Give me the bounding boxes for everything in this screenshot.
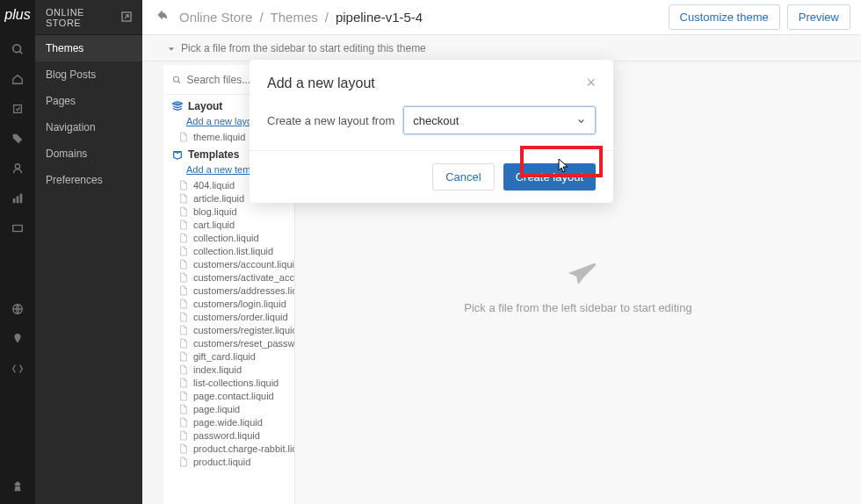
file-item[interactable]: customers/order.liquid [163,310,294,323]
app-logo: plus [4,7,30,23]
tag-icon[interactable] [11,132,25,146]
svg-rect-6 [13,226,23,232]
nav-item-themes[interactable]: Themes [35,35,142,61]
layout-source-select[interactable]: checkout [403,106,596,134]
close-icon[interactable]: × [586,74,596,92]
customers-icon[interactable] [11,162,25,176]
sub-header-text: Pick a file from the sidebar to start ed… [181,42,426,54]
external-link-icon[interactable] [121,11,132,24]
file-item[interactable]: product.liquid [163,455,294,468]
file-item[interactable]: password.liquid [163,428,294,442]
pin-icon[interactable] [11,332,25,346]
section-title: Layout [188,100,222,112]
file-item[interactable]: index.liquid [163,363,294,376]
home-icon[interactable] [11,72,25,86]
analytics-icon[interactable] [11,191,25,205]
nav-item-domains[interactable]: Domains [35,140,142,167]
svg-point-2 [15,164,19,169]
nav-section-title: ONLINE STORE [46,7,121,28]
svg-rect-5 [20,194,23,204]
modal-title: Add a new layout [267,76,375,91]
customize-theme-button[interactable]: Customize theme [669,4,780,30]
code-icon[interactable] [11,362,25,376]
app-icon-sidebar: plus [0,0,35,504]
select-value: checkout [413,114,459,127]
orders-icon[interactable] [11,102,25,116]
file-item[interactable]: collection.list.liquid [163,244,294,257]
chevron-down-icon [576,116,586,126]
secondary-nav: ONLINE STORE ThemesBlog PostsPagesNaviga… [35,0,142,504]
editor-hint: Pick a file from the left sidebar to sta… [464,301,691,314]
cancel-button[interactable]: Cancel [432,163,494,191]
file-item[interactable]: blog.liquid [163,205,294,218]
apps-icon[interactable] [11,479,25,493]
file-item[interactable]: page.wide.liquid [163,415,294,428]
file-item[interactable]: collection.liquid [163,231,294,244]
svg-point-9 [173,76,178,82]
file-item[interactable]: list-collections.liquid [163,376,294,389]
nav-item-blog-posts[interactable]: Blog Posts [35,61,142,88]
file-item[interactable]: customers/register.liquid [163,323,294,336]
file-item[interactable]: customers/activate_account.liquid [163,270,294,284]
discounts-icon[interactable] [11,221,25,235]
file-item[interactable]: customers/login.liquid [163,297,294,310]
sub-header: Pick a file from the sidebar to start ed… [142,35,861,61]
search-icon[interactable] [11,42,25,56]
add-layout-modal: Add a new layout × Create a new layout f… [250,60,613,203]
svg-point-0 [13,45,21,53]
file-item[interactable]: page.contact.liquid [163,389,294,402]
preview-button[interactable]: Preview [787,4,850,30]
nav-item-preferences[interactable]: Preferences [35,167,142,193]
back-icon[interactable] [153,7,169,27]
file-item[interactable]: customers/account.liquid [163,257,294,270]
online-store-icon[interactable] [11,302,25,316]
modal-field-label: Create a new layout from [267,114,394,127]
nav-section-header: ONLINE STORE [35,0,142,35]
top-bar: Online Store / Themes / pipeline-v1-5-4 … [142,0,861,35]
file-item[interactable]: customers/reset_password.liquid [163,336,294,349]
file-item[interactable]: page.liquid [163,402,294,415]
file-item[interactable]: customers/addresses.liquid [163,284,294,297]
file-item[interactable]: cart.liquid [163,218,294,231]
nav-item-navigation[interactable]: Navigation [35,114,142,140]
breadcrumb-link[interactable]: Online Store [179,10,252,25]
create-layout-button[interactable]: Create layout [503,163,596,191]
breadcrumb-link[interactable]: Themes [271,10,318,25]
file-item[interactable]: product.charge-rabbit.liquid [163,442,294,455]
breadcrumb-current: pipeline-v1-5-4 [336,10,423,25]
file-item[interactable]: gift_card.liquid [163,349,294,363]
svg-rect-1 [14,105,22,113]
svg-rect-3 [13,198,16,203]
nav-item-pages[interactable]: Pages [35,88,142,114]
section-title: Templates [188,148,239,161]
svg-rect-4 [17,196,19,203]
